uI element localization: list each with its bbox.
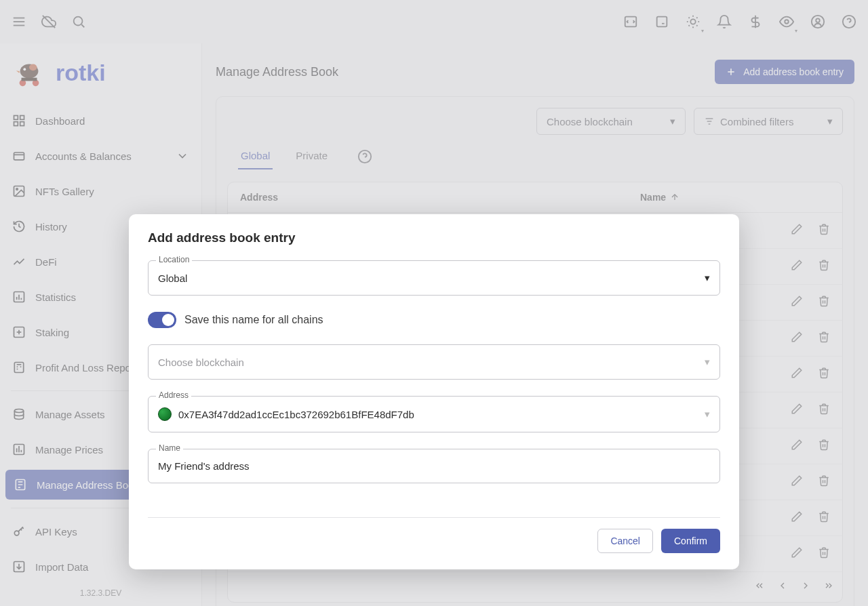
add-entry-dialog: Add address book entry Location Global ▾… [129,214,739,569]
confirm-button[interactable]: Confirm [661,529,720,553]
name-field[interactable]: Name [148,449,720,483]
blockchain-field[interactable]: Choose blockchain ▾ [148,344,720,380]
caret-down-icon: ▾ [705,272,710,284]
location-field[interactable]: Location Global ▾ [148,260,720,296]
caret-down-icon: ▾ [705,408,710,420]
location-label: Location [156,255,192,264]
address-avatar-icon [158,407,172,421]
modal-overlay[interactable]: Add address book entry Location Global ▾… [0,0,868,606]
name-input[interactable] [158,460,710,472]
blockchain-placeholder: Choose blockchain [158,357,244,368]
name-label: Name [156,443,183,453]
caret-down-icon: ▾ [705,356,710,368]
address-field[interactable]: Address 0x7EA3f47dd2ad1ccEc1bc372692b61B… [148,396,720,432]
save-for-all-chains-toggle[interactable] [148,312,176,328]
cancel-button[interactable]: Cancel [597,529,653,553]
address-label: Address [156,390,191,400]
toggle-label: Save this name for all chains [184,314,323,326]
location-value: Global [158,272,187,284]
address-value: 0x7EA3f47dd2ad1ccEc1bc372692b61BfFE48dF7… [178,409,414,420]
dialog-title: Add address book entry [148,230,720,245]
